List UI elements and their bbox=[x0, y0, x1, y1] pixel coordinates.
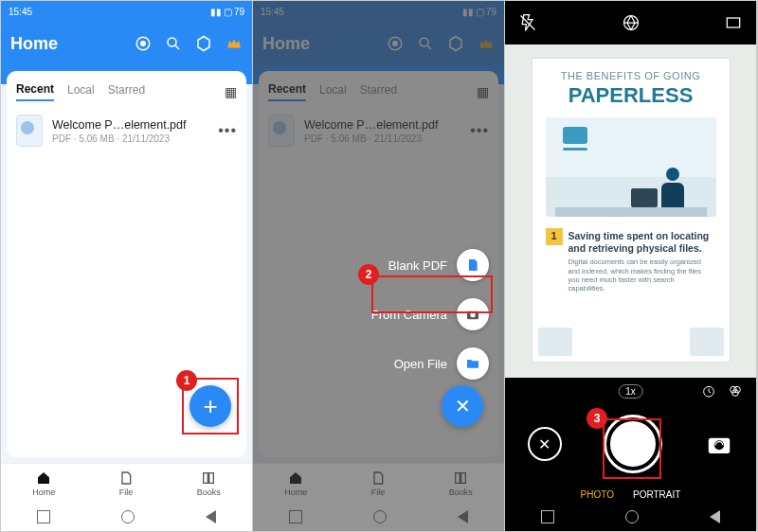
bottom-nav: Home File Books bbox=[253, 463, 504, 503]
status-time: 15:45 bbox=[9, 7, 32, 17]
poster-title: PAPERLESS bbox=[546, 83, 716, 108]
eye-icon[interactable] bbox=[387, 35, 404, 52]
zoom-level[interactable]: 1x bbox=[618, 384, 643, 399]
nav-books[interactable]: Books bbox=[449, 470, 473, 497]
nav-file[interactable]: File bbox=[118, 470, 134, 497]
camera-viewfinder: THE BENEFITS OF GOING PAPERLESS 1 Saving… bbox=[505, 44, 756, 378]
aperture-icon[interactable] bbox=[622, 13, 641, 32]
poster-illustration bbox=[546, 117, 716, 217]
recents-button[interactable] bbox=[37, 510, 50, 523]
settings-icon[interactable] bbox=[195, 35, 212, 52]
battery-pct: 79 bbox=[234, 7, 244, 17]
page-title: Home bbox=[10, 34, 135, 54]
recents-button[interactable] bbox=[541, 510, 554, 523]
books-icon bbox=[201, 470, 216, 486]
file-icon bbox=[370, 470, 386, 486]
nav-home[interactable]: Home bbox=[32, 470, 55, 497]
mode-photo[interactable]: PHOTO bbox=[581, 489, 614, 500]
tab-starred[interactable]: Starred bbox=[360, 83, 397, 100]
file-more-icon[interactable]: ••• bbox=[218, 122, 237, 139]
svg-line-8 bbox=[427, 45, 431, 49]
tab-recent[interactable]: Recent bbox=[268, 82, 306, 101]
action-open-label: Open File bbox=[394, 357, 447, 371]
home-button[interactable] bbox=[373, 510, 387, 523]
flash-icon[interactable] bbox=[518, 13, 537, 32]
tab-starred[interactable]: Starred bbox=[108, 83, 145, 100]
timer-icon[interactable] bbox=[701, 383, 716, 399]
action-from-camera[interactable]: From Camera bbox=[371, 298, 489, 330]
camera-meta-row: 1x bbox=[505, 378, 756, 404]
svg-line-3 bbox=[175, 45, 179, 49]
recents-button[interactable] bbox=[289, 510, 302, 523]
nav-file-label: File bbox=[119, 488, 134, 497]
tab-local[interactable]: Local bbox=[319, 83, 347, 100]
nav-file[interactable]: File bbox=[370, 470, 386, 497]
action-blank-pdf[interactable]: Blank PDF bbox=[388, 249, 489, 281]
file-more-icon[interactable]: ••• bbox=[470, 122, 489, 139]
file-thumbnail-icon bbox=[268, 115, 295, 147]
aspect-icon[interactable] bbox=[724, 13, 743, 32]
camera-top-bar bbox=[505, 1, 756, 44]
grid-view-icon[interactable]: ▦ bbox=[477, 84, 489, 99]
benefit-sub: Digital documents can be easily organize… bbox=[568, 257, 713, 293]
file-icon bbox=[118, 470, 134, 486]
action-open-file[interactable]: Open File bbox=[394, 347, 489, 380]
nav-home-label: Home bbox=[32, 488, 55, 497]
benefit-number: 1 bbox=[546, 228, 563, 245]
file-name: Welcome P…element.pdf bbox=[52, 118, 208, 132]
search-icon[interactable] bbox=[417, 35, 434, 52]
settings-icon[interactable] bbox=[447, 35, 464, 52]
books-icon bbox=[453, 470, 468, 486]
status-bar: 15:45 ▮▮ ▢ 79 bbox=[1, 1, 252, 22]
badge-step-2: 2 bbox=[358, 264, 379, 285]
tab-recent[interactable]: Recent bbox=[16, 82, 54, 101]
svg-point-7 bbox=[420, 38, 428, 46]
home-button[interactable] bbox=[625, 510, 639, 523]
search-icon[interactable] bbox=[165, 35, 182, 52]
app-header: Home bbox=[1, 22, 252, 65]
back-button[interactable] bbox=[458, 510, 468, 523]
tabs: Recent Local Starred ▦ bbox=[16, 82, 237, 101]
eye-icon[interactable] bbox=[135, 35, 152, 52]
blank-pdf-icon bbox=[457, 249, 489, 281]
grid-view-icon[interactable]: ▦ bbox=[225, 84, 237, 99]
svg-point-2 bbox=[168, 38, 176, 46]
switch-camera-icon[interactable] bbox=[705, 432, 733, 456]
page-title: Home bbox=[262, 34, 387, 54]
system-nav bbox=[253, 503, 504, 531]
camera-close-button[interactable]: ✕ bbox=[528, 427, 562, 461]
fab-action-list: Blank PDF From Camera Open File bbox=[371, 249, 489, 380]
fab-add[interactable]: + bbox=[190, 385, 231, 427]
nav-file-label: File bbox=[371, 488, 386, 497]
fab-close[interactable]: ✕ bbox=[442, 385, 483, 427]
crown-icon[interactable] bbox=[478, 35, 495, 52]
poster-content: THE BENEFITS OF GOING PAPERLESS 1 Saving… bbox=[532, 58, 731, 363]
nav-books-label: Books bbox=[197, 488, 221, 497]
camera-controls: ✕ bbox=[505, 404, 756, 484]
poster-footer bbox=[538, 328, 724, 356]
filter-icon[interactable] bbox=[728, 383, 743, 399]
folder-icon bbox=[457, 347, 489, 380]
panel-camera: THE BENEFITS OF GOING PAPERLESS 1 Saving… bbox=[505, 1, 757, 531]
svg-marker-4 bbox=[198, 37, 209, 51]
poster-benefit-1: 1 Saving time spent on locating and retr… bbox=[546, 226, 716, 297]
mode-portrait[interactable]: PORTRAIT bbox=[633, 489, 680, 500]
svg-marker-9 bbox=[450, 37, 461, 51]
system-nav bbox=[505, 503, 756, 531]
svg-point-1 bbox=[141, 42, 146, 46]
benefit-heading: Saving time spent on locating and retrie… bbox=[568, 230, 713, 255]
svg-point-11 bbox=[470, 312, 475, 317]
shutter-button[interactable] bbox=[606, 417, 659, 470]
crown-icon[interactable] bbox=[226, 35, 243, 52]
tab-local[interactable]: Local bbox=[67, 83, 95, 100]
nav-home[interactable]: Home bbox=[284, 470, 307, 497]
back-button[interactable] bbox=[710, 510, 720, 523]
home-button[interactable] bbox=[121, 510, 135, 523]
back-button[interactable] bbox=[206, 510, 216, 523]
signal-icon: ▮▮ bbox=[462, 7, 474, 17]
file-item[interactable]: Welcome P…element.pdf PDF · 5.06 MB · 21… bbox=[16, 115, 237, 147]
status-icons: ▮▮ ▢ 79 bbox=[462, 7, 496, 17]
poster-subtitle: THE BENEFITS OF GOING bbox=[546, 70, 716, 81]
file-item[interactable]: Welcome P…element.pdf PDF · 5.06 MB · 21… bbox=[268, 115, 489, 147]
nav-books[interactable]: Books bbox=[197, 470, 221, 497]
